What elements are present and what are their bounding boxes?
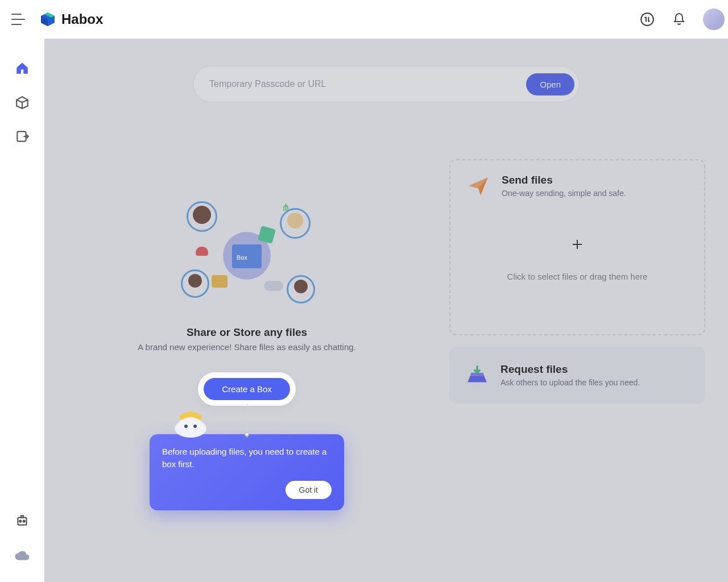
svg-point-3 — [19, 520, 21, 522]
svg-point-4 — [23, 520, 25, 522]
mascot-icon — [172, 406, 209, 438]
open-button[interactable]: Open — [526, 73, 574, 95]
create-box-highlight: Create a Box — [200, 375, 293, 404]
transfer-icon[interactable] — [639, 11, 655, 27]
create-box-button[interactable]: Create a Box — [204, 378, 290, 400]
sidebar-item-robot[interactable] — [13, 512, 31, 530]
menu-toggle-button[interactable] — [11, 14, 25, 25]
hero-illustration: Box ⋔ — [179, 193, 315, 307]
request-files-card[interactable]: Request files Ask others to upload the f… — [449, 347, 705, 404]
sidebar-item-cloud[interactable] — [13, 547, 31, 565]
hero-subtitle: A brand new experience! Share files as e… — [138, 342, 356, 352]
drop-text: Click to select files or drag them here — [507, 272, 648, 281]
send-files-card: Send files One-way sending, simple and s… — [449, 159, 705, 335]
hero-title: Share or Store any files — [187, 326, 307, 339]
svg-point-8 — [193, 425, 197, 428]
file-drop-area[interactable]: Click to select files or drag them here — [466, 198, 688, 321]
tooltip-message: Before uploading files, you need to crea… — [162, 446, 332, 471]
got-it-button[interactable]: Got it — [286, 481, 332, 499]
svg-point-7 — [184, 425, 188, 428]
sidebar-item-send[interactable] — [13, 127, 31, 146]
onboarding-tooltip: Before uploading files, you need to crea… — [150, 434, 344, 510]
request-files-subtitle: Ask others to upload the files you need. — [500, 378, 640, 387]
inbox-icon — [465, 363, 489, 387]
sidebar-item-box[interactable] — [13, 93, 31, 111]
svg-point-0 — [641, 13, 653, 26]
send-files-subtitle: One-way sending, simple and safe. — [502, 189, 626, 198]
bell-icon[interactable] — [671, 11, 687, 27]
passcode-input[interactable] — [209, 79, 526, 89]
logo-icon — [39, 10, 57, 28]
main-content: Open Box ⋔ — [44, 39, 728, 582]
avatar[interactable] — [703, 9, 725, 30]
paper-plane-icon — [466, 174, 490, 198]
send-files-title: Send files — [502, 174, 626, 186]
sidebar — [0, 39, 44, 582]
brand-name: Habox — [61, 11, 103, 27]
passcode-bar: Open — [193, 66, 580, 102]
request-files-title: Request files — [500, 363, 640, 376]
header: Habox — [0, 0, 728, 39]
sidebar-item-home[interactable] — [13, 59, 31, 77]
plus-icon — [570, 238, 584, 251]
brand-logo[interactable]: Habox — [39, 10, 103, 28]
